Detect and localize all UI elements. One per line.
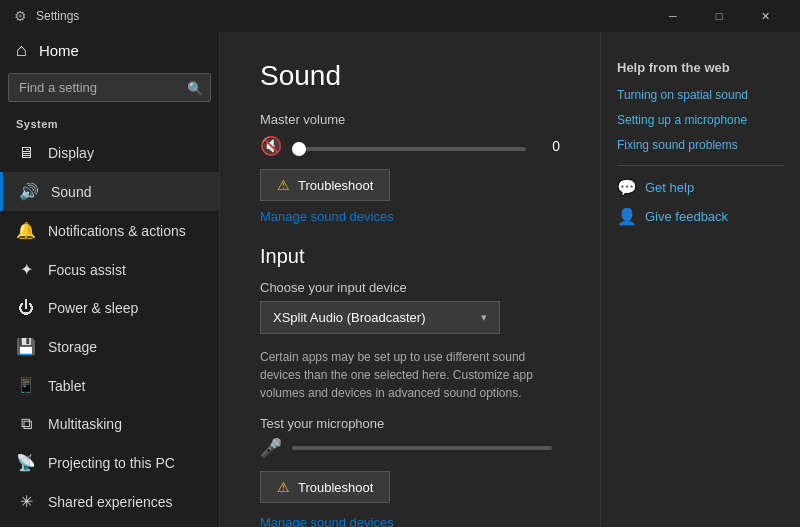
maximize-button[interactable]: □ bbox=[696, 0, 742, 32]
help-link-microphone[interactable]: Setting up a microphone bbox=[617, 112, 784, 129]
sidebar-label-shared: Shared experiences bbox=[48, 494, 173, 510]
notifications-icon: 🔔 bbox=[16, 221, 36, 240]
microphone-icon: 🎤 bbox=[260, 437, 282, 459]
sidebar-item-tablet[interactable]: 📱 Tablet bbox=[0, 366, 219, 405]
mic-test-label: Test your microphone bbox=[260, 416, 560, 431]
volume-value: 0 bbox=[536, 138, 560, 154]
feedback-icon: 👤 bbox=[617, 207, 637, 226]
sidebar-item-power[interactable]: ⏻ Power & sleep bbox=[0, 289, 219, 327]
warning-icon: ⚠ bbox=[277, 177, 290, 193]
input-device-value: XSplit Audio (Broadcaster) bbox=[273, 310, 425, 325]
input-device-label: Choose your input device bbox=[260, 280, 560, 295]
storage-icon: 💾 bbox=[16, 337, 36, 356]
mic-level-bar bbox=[292, 446, 552, 450]
volume-row: 🔇 0 bbox=[260, 135, 560, 157]
titlebar-title: Settings bbox=[36, 9, 650, 23]
search-icon: 🔍 bbox=[187, 80, 203, 95]
sidebar-label-power: Power & sleep bbox=[48, 300, 138, 316]
power-icon: ⏻ bbox=[16, 299, 36, 317]
sidebar-label-display: Display bbox=[48, 145, 94, 161]
search-input[interactable] bbox=[8, 73, 211, 102]
manage-sound-devices-link[interactable]: Manage sound devices bbox=[260, 209, 394, 224]
mute-icon[interactable]: 🔇 bbox=[260, 135, 282, 157]
troubleshoot-button[interactable]: ⚠ Troubleshoot bbox=[260, 169, 390, 201]
sidebar-item-sound[interactable]: 🔊 Sound bbox=[0, 172, 219, 211]
help-link-spatial[interactable]: Turning on spatial sound bbox=[617, 87, 784, 104]
help-divider bbox=[617, 165, 784, 166]
volume-slider-wrap bbox=[292, 137, 526, 155]
help-title: Help from the web bbox=[617, 60, 784, 75]
titlebar: ⚙ Settings ─ □ ✕ bbox=[0, 0, 800, 32]
mic-troubleshoot-label: Troubleshoot bbox=[298, 480, 373, 495]
sidebar-label-focus: Focus assist bbox=[48, 262, 126, 278]
shared-icon: ✳ bbox=[16, 492, 36, 511]
help-panel: Help from the web Turning on spatial sou… bbox=[600, 32, 800, 527]
help-link-problems[interactable]: Fixing sound problems bbox=[617, 137, 784, 154]
mic-row: 🎤 bbox=[260, 437, 560, 459]
sidebar-item-notifications[interactable]: 🔔 Notifications & actions bbox=[0, 211, 219, 250]
sidebar-item-projecting[interactable]: 📡 Projecting to this PC bbox=[0, 443, 219, 482]
mic-troubleshoot-button[interactable]: ⚠ Troubleshoot bbox=[260, 471, 390, 503]
get-help-action[interactable]: 💬 Get help bbox=[617, 178, 784, 197]
sidebar-label-sound: Sound bbox=[51, 184, 91, 200]
multitasking-icon: ⧉ bbox=[16, 415, 36, 433]
master-volume-label: Master volume bbox=[260, 112, 560, 127]
volume-slider[interactable] bbox=[292, 147, 526, 151]
sidebar-item-display[interactable]: 🖥 Display bbox=[0, 134, 219, 172]
sidebar-label-storage: Storage bbox=[48, 339, 97, 355]
feedback-label: Give feedback bbox=[645, 209, 728, 224]
close-button[interactable]: ✕ bbox=[742, 0, 788, 32]
minimize-button[interactable]: ─ bbox=[650, 0, 696, 32]
projecting-icon: 📡 bbox=[16, 453, 36, 472]
troubleshoot-label: Troubleshoot bbox=[298, 178, 373, 193]
get-help-icon: 💬 bbox=[617, 178, 637, 197]
window-controls: ─ □ ✕ bbox=[650, 0, 788, 32]
sound-icon: 🔊 bbox=[19, 182, 39, 201]
sidebar: ⌂ Home 🔍 System 🖥 Display 🔊 Sound 🔔 Noti… bbox=[0, 32, 220, 527]
page-title: Sound bbox=[260, 60, 560, 92]
sidebar-label-projecting: Projecting to this PC bbox=[48, 455, 175, 471]
display-icon: 🖥 bbox=[16, 144, 36, 162]
input-device-select[interactable]: XSplit Audio (Broadcaster) ▾ bbox=[260, 301, 500, 334]
app-body: ⌂ Home 🔍 System 🖥 Display 🔊 Sound 🔔 Noti… bbox=[0, 32, 800, 527]
focus-icon: ✦ bbox=[16, 260, 36, 279]
give-feedback-action[interactable]: 👤 Give feedback bbox=[617, 207, 784, 226]
system-section-label: System bbox=[0, 110, 219, 134]
get-help-label: Get help bbox=[645, 180, 694, 195]
sidebar-item-focus[interactable]: ✦ Focus assist bbox=[0, 250, 219, 289]
manage-sound-devices-link-2[interactable]: Manage sound devices bbox=[260, 515, 394, 527]
input-section-title: Input bbox=[260, 245, 560, 268]
sidebar-label-notifications: Notifications & actions bbox=[48, 223, 186, 239]
sidebar-item-storage[interactable]: 💾 Storage bbox=[0, 327, 219, 366]
sidebar-label-multitasking: Multitasking bbox=[48, 416, 122, 432]
warning-icon-2: ⚠ bbox=[277, 479, 290, 495]
sidebar-item-shared[interactable]: ✳ Shared experiences bbox=[0, 482, 219, 521]
tablet-icon: 📱 bbox=[16, 376, 36, 395]
settings-icon: ⚙ bbox=[12, 8, 28, 24]
home-icon: ⌂ bbox=[16, 40, 27, 61]
home-label: Home bbox=[39, 42, 79, 59]
chevron-down-icon: ▾ bbox=[481, 311, 487, 324]
main-content: Sound Master volume 🔇 0 ⚠ Troubleshoot M… bbox=[220, 32, 600, 527]
input-info-text: Certain apps may be set up to use differ… bbox=[260, 348, 560, 402]
sidebar-item-home[interactable]: ⌂ Home bbox=[0, 32, 219, 69]
sidebar-item-multitasking[interactable]: ⧉ Multitasking bbox=[0, 405, 219, 443]
sidebar-label-tablet: Tablet bbox=[48, 378, 85, 394]
sidebar-item-system-components[interactable]: ⊞ System Components bbox=[0, 521, 219, 527]
search-box: 🔍 bbox=[8, 73, 211, 102]
mic-bar-wrap bbox=[292, 446, 552, 450]
